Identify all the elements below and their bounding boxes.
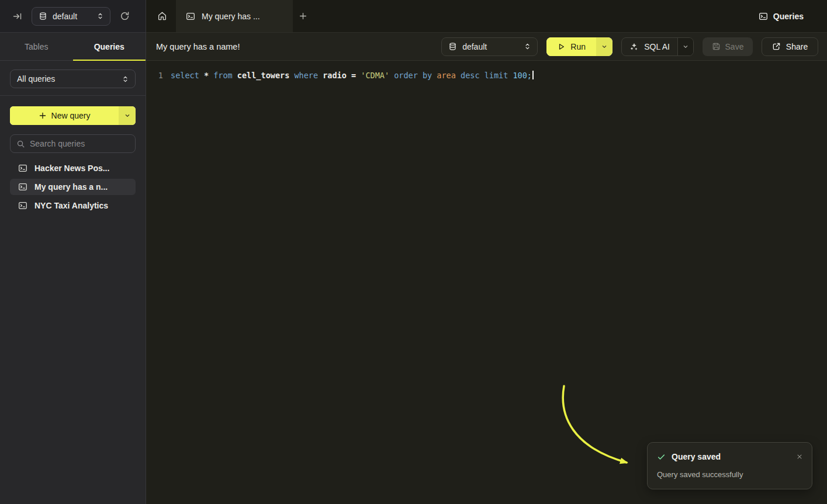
check-icon [657,453,666,461]
sidebar-tabs: Tables Queries [0,33,146,61]
code-line: 1 select * from cell_towers where radio … [156,69,827,81]
refresh-icon [120,11,130,21]
topbar-database-value: default [53,12,91,21]
query-item-label: My query has a n... [34,182,108,192]
toast-message: Query saved successfully [648,461,812,489]
play-icon [557,43,565,51]
sidebar-filter-section: All queries [0,61,146,95]
search-icon [16,140,25,148]
line-number: 1 [156,69,163,81]
chevron-down-icon [124,112,131,119]
plus-icon [299,12,307,20]
query-title: My query has a name! [156,42,240,51]
sql-ai-dropdown[interactable] [677,38,693,55]
plus-icon [39,112,47,120]
sparkles-icon [629,42,639,51]
collapse-sidebar-button[interactable] [12,11,23,22]
terminal-icon [759,12,768,21]
query-list-item[interactable]: My query has a n... [10,179,136,195]
toast-header: Query saved [648,443,812,461]
tab-label: My query has ... [202,12,260,21]
toast-query-saved: Query saved Query saved successfully [647,442,812,489]
body-row: Tables Queries All queries [0,33,827,504]
toolbar-database-selector[interactable]: default [441,37,538,56]
save-icon [712,42,721,51]
toast-close-button[interactable] [795,452,804,461]
toast-title: Query saved [672,452,721,461]
sql-editor[interactable]: 1 select * from cell_towers where radio … [146,61,827,504]
save-button[interactable]: Save [703,37,753,56]
topbar-left: default [0,0,146,33]
sql-ai-button[interactable]: SQL AI [621,37,694,56]
text-cursor [532,71,534,79]
queries-panel-label: Queries [759,0,804,32]
query-toolbar: My query has a name! default [146,33,827,61]
close-icon [796,453,803,460]
query-item-label: NYC Taxi Analytics [34,201,108,210]
query-list: Hacker News Pos... My query has a n... N… [10,160,136,214]
sidebar-tab-queries[interactable]: Queries [73,33,146,60]
topbar: default My query has ... [0,0,827,33]
updown-chevron-icon [524,43,531,50]
queries-panel-text: Queries [773,12,804,21]
main-panel: My query has a name! default [146,33,827,504]
save-label: Save [725,42,744,51]
new-query-main[interactable]: New query [10,106,119,125]
new-query-button[interactable]: New query [10,106,136,125]
updown-chevron-icon [96,12,104,20]
chevron-down-icon [601,43,608,50]
chevron-down-icon [682,43,689,50]
new-query-label: New query [51,111,91,120]
run-label: Run [570,42,586,51]
updown-chevron-icon [122,75,129,83]
database-icon [39,12,47,20]
topbar-database-selector[interactable]: default [32,7,110,26]
search-queries-input[interactable] [30,139,129,148]
query-list-item[interactable]: NYC Taxi Analytics [10,197,136,214]
run-dropdown[interactable] [596,37,613,56]
sidebar: Tables Queries All queries [0,33,146,504]
query-filter-select[interactable]: All queries [10,69,136,88]
search-queries-box [10,134,136,153]
share-icon [772,42,781,51]
code-line-tokens: select * from cell_towers where radio = … [171,69,534,81]
terminal-icon [18,164,27,173]
sidebar-main: New query [0,96,146,214]
terminal-icon [18,182,27,192]
database-icon [448,42,457,51]
sidebar-tab-tables[interactable]: Tables [0,33,73,60]
query-item-label: Hacker News Pos... [34,164,109,173]
terminal-icon [18,201,27,210]
collapse-sidebar-icon [13,12,22,21]
refresh-button[interactable] [119,10,131,22]
new-tab-button[interactable] [297,0,309,32]
share-label: Share [786,42,808,51]
toolbar-database-value: default [462,42,518,51]
tab-my-query[interactable]: My query has ... [176,0,293,32]
share-button[interactable]: Share [762,37,818,56]
sql-ai-main[interactable]: SQL AI [622,38,677,55]
home-button[interactable] [156,0,168,32]
topbar-right: My query has ... Queries [146,0,827,33]
new-query-dropdown[interactable] [119,106,136,125]
sql-console-app: default My query has ... [0,0,827,504]
sql-ai-label: SQL AI [644,42,670,51]
query-filter-value: All queries [17,74,116,84]
home-icon [157,11,167,21]
run-button[interactable]: Run [546,37,613,56]
terminal-icon [186,12,195,21]
run-button-main[interactable]: Run [546,37,596,56]
query-list-item[interactable]: Hacker News Pos... [10,160,136,176]
